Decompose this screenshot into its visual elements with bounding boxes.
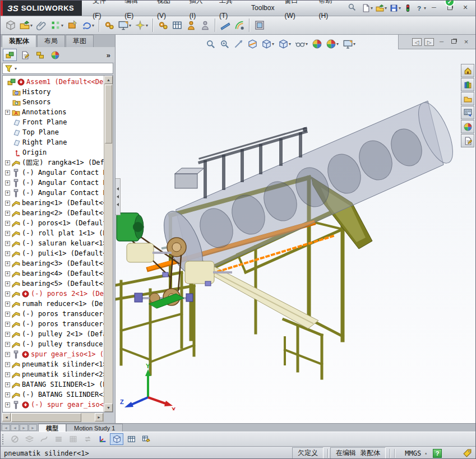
hide-show-items-button[interactable]: ▾ (294, 37, 309, 50)
expand-toggle[interactable]: + (5, 241, 10, 246)
tree-item-spur-gear-iso-1-iso[interactable]: +spur gear_iso<1> (ISO (3, 349, 104, 359)
scroll-down-button[interactable]: ▼ (104, 404, 113, 412)
expand-toggle[interactable]: + (5, 291, 10, 296)
shaded-view-mode-button[interactable] (110, 433, 123, 445)
study-tab-[interactable]: 模型 (38, 424, 66, 432)
design-library-tab[interactable] (461, 78, 474, 91)
dropdown-caret-icon[interactable]: ▾ (371, 6, 373, 11)
tree-filter-input[interactable]: ▾ (2, 63, 113, 74)
tree-item-bearing-2-default-de[interactable]: +bearing<2> (Default<<De (3, 208, 104, 218)
dropdown-caret-icon[interactable]: ▾ (336, 41, 339, 47)
graphics-viewport[interactable]: ▾▾▾▾▾ ◁ ▷ ─ × (115, 35, 475, 423)
tree-item-poros-transducer-2[interactable]: +(-) poros transducer<2> (3, 319, 104, 329)
tree-item-annotations[interactable]: +AAnnotations (3, 107, 104, 117)
expand-toggle[interactable]: + (5, 180, 10, 186)
tree-item-roll-plat-1-1-def[interactable]: +(-) roll plat 1<1> (Def (3, 228, 104, 238)
expand-toggle[interactable]: + (5, 271, 10, 276)
scroll-up-button[interactable]: ▲ (104, 76, 113, 84)
tree-item-batang-silinder-1-def[interactable]: +BATANG SILINDER<1> (Def (3, 379, 104, 390)
expand-toggle[interactable]: + (5, 342, 10, 347)
tree-item-bearing-1-default-de[interactable]: +bearing<1> (Default<<De (3, 198, 104, 208)
tree-item-poros-transducer-1[interactable]: +(-) poros transducer<1> (3, 309, 104, 319)
pan-button[interactable] (232, 37, 245, 50)
featuremanager-tree-tab[interactable] (3, 49, 17, 61)
menu-i[interactable]: 插入(I) (184, 0, 214, 24)
collapse-right-pane-button[interactable]: ▷ (424, 38, 434, 46)
tree-item-saluran-keluar-1[interactable]: +(-) saluran keluar<1> ( (3, 238, 104, 248)
doc-close-button[interactable]: × (461, 38, 471, 46)
expand-toggle[interactable]: + (5, 332, 10, 337)
filter-caret-icon[interactable]: ▾ (15, 66, 17, 71)
tab-[interactable]: 草图 (66, 35, 94, 47)
section-view-button[interactable] (246, 37, 259, 50)
insert-components-button[interactable] (4, 17, 17, 33)
dropdown-caret-icon[interactable]: ▾ (272, 41, 274, 47)
tree-item-bearing-3-default-de[interactable]: +bearing<3> (Default<<De (3, 258, 104, 268)
tree-item-history[interactable]: History (3, 87, 104, 97)
motion-axes-button[interactable] (95, 433, 109, 445)
menu-t[interactable]: 工具(T) (214, 0, 246, 24)
tree-item-right-plane[interactable]: Right Plane (3, 137, 104, 147)
help-button[interactable]: ?▾ (414, 2, 427, 15)
expand-toggle[interactable]: + (5, 160, 10, 165)
smart-fasteners-button[interactable] (66, 17, 79, 33)
units-selector[interactable]: MMGS (397, 449, 424, 457)
traffic-light-button[interactable] (403, 2, 413, 15)
tag-icon[interactable] (463, 449, 472, 457)
tree-item-pneumatik-silinder-2[interactable]: +pneumatik silinder<2> ( (3, 369, 104, 379)
study-nav-button-2[interactable]: ► (20, 424, 28, 431)
mate-button[interactable] (35, 17, 48, 33)
study-nav-button-0[interactable]: ◄ (2, 424, 10, 431)
apply-scene-button[interactable]: ▾ (325, 37, 340, 50)
tree-item-bearing-4-default-de[interactable]: +bearing<4> (Default<<De (3, 268, 104, 279)
dropdown-caret-icon[interactable]: ▾ (30, 23, 33, 28)
expand-toggle[interactable]: + (5, 221, 10, 226)
dropdown-caret-icon[interactable]: ▾ (306, 41, 308, 47)
close-button[interactable]: × (459, 3, 472, 13)
edit-appearance-button[interactable] (311, 37, 324, 50)
dropdown-caret-icon[interactable]: ▾ (424, 6, 426, 11)
dropdown-caret-icon[interactable]: ▾ (61, 23, 63, 28)
menu-e[interactable]: 编辑(E) (119, 0, 152, 24)
tree-item-angular-contact-bal[interactable]: +(-) Angular Contact Bal (3, 178, 104, 188)
tree-item-pulley-transducer-1[interactable]: +(-) pulley transducer<1 (3, 339, 104, 349)
panel-overflow-button[interactable]: » (107, 51, 112, 59)
dropdown-caret-icon[interactable]: ▾ (129, 23, 131, 28)
tree-item-top-plane[interactable]: Top Plane (3, 127, 104, 137)
appearances-scenes-tab[interactable] (461, 120, 474, 133)
tree-item-puli-1-default-d[interactable]: +(-) puli<1> (Default<<D (3, 248, 104, 258)
quick-tips-button[interactable]: ? (433, 449, 442, 458)
expand-toggle[interactable]: + (5, 312, 10, 317)
tree-item-angular-contact-bal[interactable]: +(-) Angular Contact Bal (3, 168, 104, 178)
view-palette-tab[interactable] (461, 106, 474, 119)
menu-f[interactable]: 文件(F) (87, 0, 119, 24)
expand-toggle[interactable]: + (5, 392, 10, 397)
take-snapshot-button[interactable] (253, 17, 266, 33)
tree-item-pulley-2-1-defaul[interactable]: +(-) pulley 2<1> (Defaul (3, 329, 104, 339)
expand-toggle[interactable]: + (5, 251, 10, 256)
dropdown-caret-icon[interactable]: ▾ (399, 6, 401, 11)
expand-toggle[interactable]: + (5, 302, 10, 307)
view-settings-button[interactable]: ▾ (341, 37, 357, 50)
displaymanager-tab[interactable] (48, 49, 62, 61)
tree-item-rumah-reducer-1-defau[interactable]: +rumah reducer<1> (Defau (3, 299, 104, 309)
save-document-button[interactable]: ▾ (389, 2, 402, 15)
study-nav-button-1[interactable]: ◄ (11, 424, 19, 431)
dropdown-caret-icon[interactable]: ▾ (92, 23, 94, 28)
tree-item-assem1-default-defaul[interactable]: Assem1 (Default<<Defaul (3, 77, 104, 87)
open-document-button[interactable]: ▾ (375, 2, 388, 15)
dropdown-caret-icon[interactable]: ▾ (353, 41, 355, 47)
open-part-button[interactable]: ▾ (18, 17, 34, 33)
expand-toggle[interactable]: + (5, 211, 10, 216)
menu-v[interactable]: 视图(V) (152, 0, 184, 24)
new-document-button[interactable]: ▾ (361, 2, 374, 15)
tab-[interactable]: 布局 (37, 35, 65, 47)
horizontal-scroll-thumb[interactable] (11, 413, 81, 422)
view-orientation-button[interactable]: ▾ (260, 37, 276, 50)
minimize-button[interactable]: ─ (427, 3, 441, 13)
expand-toggle[interactable]: + (5, 261, 10, 266)
doc-minimize-button[interactable]: ─ (437, 38, 446, 46)
motion-table-button[interactable] (124, 433, 138, 445)
tree-item-poros-2-1-defau[interactable]: +(-) poros 2<1> (Defau (3, 289, 104, 299)
study-nav-button-3[interactable]: ► (29, 424, 37, 431)
